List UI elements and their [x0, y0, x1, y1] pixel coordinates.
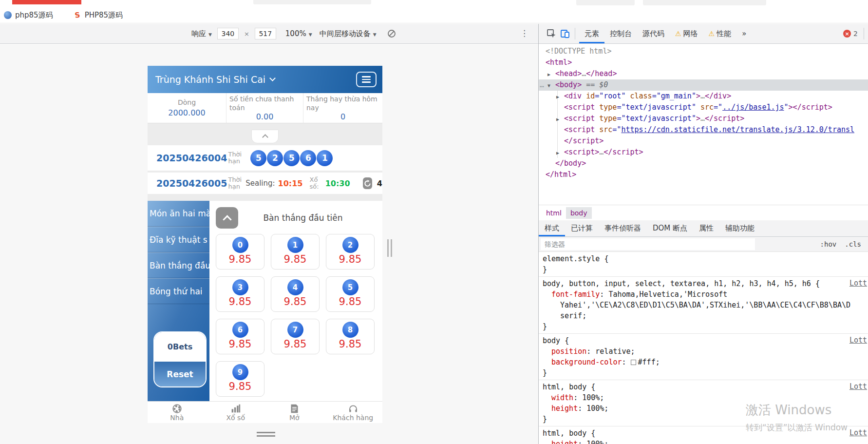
styles-filter-input[interactable] — [541, 238, 755, 250]
css-source-link[interactable]: Lott — [849, 382, 867, 391]
bet-card-9[interactable]: 99.85 — [216, 361, 264, 397]
twisty-expanded-icon[interactable]: ▼ — [547, 80, 555, 91]
dom-tree-line[interactable]: ▶<script type="text/javascript">…</scrip… — [539, 113, 868, 124]
zoom-dropdown[interactable]: 100%▼ — [285, 29, 312, 38]
css-selector[interactable]: html, body — [543, 383, 586, 391]
code-segment: ="gm_main" — [652, 92, 696, 100]
error-count-icon[interactable]: × — [843, 30, 851, 38]
dom-tree-line[interactable]: <script src="https://cdn.staticfile.net/… — [539, 124, 868, 135]
color-swatch[interactable] — [631, 360, 636, 365]
responsive-mode-dropdown[interactable]: 响应▼ — [191, 29, 212, 39]
sidebar-item-first-ball[interactable]: Bàn thắng đầu — [148, 252, 209, 278]
dom-tree-line[interactable]: ▶<head>…</head> — [539, 68, 868, 79]
source-link[interactable]: https://cdn.staticfile.net/translate.js/… — [621, 125, 854, 134]
bet-card-1[interactable]: 19.85 — [271, 234, 320, 270]
nav-item-home[interactable]: Nhà — [148, 402, 207, 423]
bet-card-0[interactable]: 09.85 — [216, 234, 264, 270]
dom-tree-line[interactable]: </html> — [539, 169, 868, 180]
lottery-selector[interactable]: Trùng Khánh Shi Shi Cai — [155, 74, 275, 85]
dom-tree-line[interactable]: ▶<div id="root" class="gm_main">…</div> — [539, 91, 868, 102]
css-selector[interactable]: element.style — [543, 254, 600, 263]
dom-tree-line[interactable]: <!DOCTYPE html> — [539, 46, 868, 57]
bet-card-8[interactable]: 89.85 — [326, 319, 375, 354]
property-value-continuation: serif; — [543, 310, 868, 321]
breadcrumb-item-html[interactable]: html — [542, 207, 566, 219]
breadcrumb-item-body[interactable]: body — [566, 207, 592, 219]
css-selector[interactable]: body — [543, 336, 560, 345]
code-segment: <div — [564, 92, 586, 100]
no-throttling-icon[interactable] — [385, 27, 398, 40]
styles-tab[interactable]: 样式 — [539, 220, 565, 236]
sidebar-item-second-ball[interactable]: Bóng thứ hai — [148, 278, 209, 304]
bet-card-4[interactable]: 49.85 — [271, 276, 320, 312]
code-segment: type — [599, 114, 617, 123]
css-source-link[interactable]: Lott — [849, 336, 867, 345]
styles-tab[interactable]: 辅助功能 — [719, 220, 760, 236]
devtools-tab[interactable]: » — [736, 24, 752, 43]
nav-item-open[interactable]: Mở — [265, 402, 324, 423]
css-property[interactable]: background-color: #fff; — [543, 357, 868, 367]
bookmark-php85-2[interactable]: S PHP85源码 — [74, 11, 123, 20]
styles-tab[interactable]: DOM 断点 — [647, 220, 693, 236]
code-segment: … — [582, 69, 586, 78]
dom-tree-line[interactable]: </script> — [539, 135, 868, 147]
css-property[interactable]: font-family: Tahoma,Helvetica,'Microsoft — [543, 289, 868, 300]
twisty-collapsed-icon[interactable]: ▶ — [556, 114, 564, 125]
css-property[interactable]: width: 100%; — [543, 392, 868, 403]
dom-tree-line[interactable]: …▼<body> == $0 — [539, 79, 868, 91]
css-source-link[interactable]: Lott — [849, 428, 867, 437]
reset-button[interactable]: Reset — [154, 361, 206, 386]
styles-tab[interactable]: 已计算 — [565, 220, 599, 236]
device-toolbar-toggle-icon[interactable] — [558, 27, 572, 40]
dom-tree-line[interactable]: ▶<script>…</script> — [539, 147, 868, 158]
pseudo-state-button[interactable]: .cls — [845, 240, 861, 248]
nav-item-customer-service[interactable]: Khách hàng — [324, 402, 383, 423]
stat-balance: Dòng 2000.000 — [148, 93, 226, 123]
sidebar-item-digital-plate[interactable]: Đĩa kỹ thuật s — [148, 227, 209, 252]
active-tab-strip[interactable] — [12, 0, 81, 4]
viewport-height-input[interactable] — [255, 28, 276, 39]
twisty-collapsed-icon[interactable]: ▶ — [556, 147, 564, 158]
styles-tab[interactable]: 属性 — [693, 220, 719, 236]
pseudo-state-button[interactable]: :hov — [820, 240, 837, 248]
nav-item-lottery[interactable]: Xổ số — [207, 402, 265, 423]
dom-tree-line[interactable]: <html> — [539, 57, 868, 68]
bookmark-php85[interactable]: php85源码 — [4, 11, 53, 20]
devtools-tab[interactable]: 元素 — [579, 24, 604, 43]
viewport-width-input[interactable] — [217, 28, 239, 39]
bet-card-5[interactable]: 59.85 — [326, 276, 375, 312]
css-selector[interactable]: html, body — [543, 429, 586, 438]
code-segment: == $0 — [582, 80, 608, 89]
chevron-down-icon: ▼ — [373, 32, 377, 37]
devtools-tab[interactable]: 源代码 — [637, 24, 670, 43]
collapse-board-button[interactable] — [216, 207, 238, 229]
sidebar-item-two-sided[interactable]: Món ăn hai mà — [148, 201, 209, 227]
bet-card-7[interactable]: 79.85 — [271, 319, 320, 354]
dom-tree-line[interactable]: </body> — [539, 158, 868, 169]
bet-card-6[interactable]: 69.85 — [216, 319, 264, 354]
styles-tab[interactable]: 事件侦听器 — [599, 220, 647, 236]
css-property[interactable]: height: 100%; — [543, 439, 868, 444]
bet-card-3[interactable]: 39.85 — [216, 276, 264, 312]
code-segment: <head> — [555, 69, 582, 78]
viewport-resize-handle-bottom[interactable] — [257, 432, 275, 439]
source-link[interactable]: ../js/base1.js — [722, 103, 784, 112]
menu-button[interactable] — [356, 72, 377, 87]
collapse-stats-tab[interactable] — [251, 130, 279, 143]
refresh-button[interactable] — [363, 177, 372, 189]
css-property[interactable]: position: relative; — [543, 346, 868, 357]
devtools-tab[interactable]: 控制台 — [604, 24, 637, 43]
viewport-resize-handle-right[interactable] — [387, 239, 392, 257]
inspect-element-icon[interactable] — [545, 27, 558, 40]
more-options-icon[interactable]: ⋮ — [520, 28, 528, 38]
css-source-link[interactable]: Lott — [849, 279, 867, 288]
dom-tree-line[interactable]: <script type="text/javascript" src="../j… — [539, 102, 868, 113]
throttling-dropdown[interactable]: 中间层移动设备▼ — [320, 29, 377, 39]
devtools-tab[interactable]: ⚠网络 — [670, 24, 703, 43]
twisty-collapsed-icon[interactable]: ▶ — [547, 69, 555, 80]
devtools-tab[interactable]: ⚠性能 — [703, 24, 737, 43]
css-property[interactable]: height: 100%; — [543, 403, 868, 414]
css-selector[interactable]: body, button, input, select, textarea, h… — [543, 279, 811, 288]
bet-card-2[interactable]: 29.85 — [326, 234, 375, 270]
twisty-collapsed-icon[interactable]: ▶ — [556, 91, 564, 102]
